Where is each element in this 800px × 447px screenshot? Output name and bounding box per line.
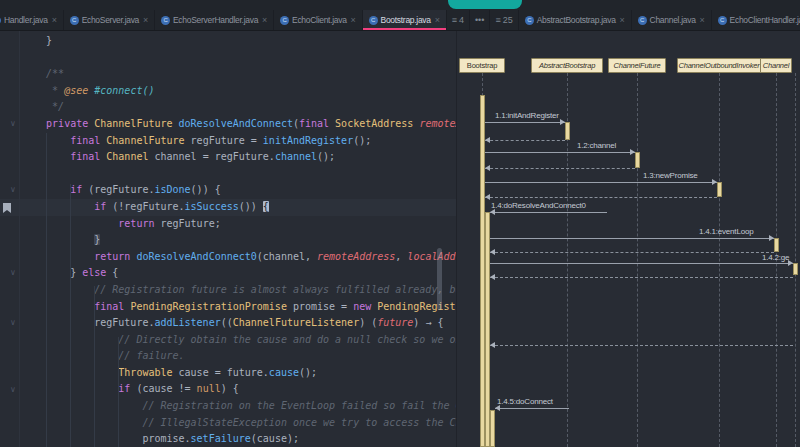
java-class-icon: C [718, 16, 727, 25]
fold-arrow-icon[interactable]: ∨ [10, 185, 16, 194]
indent-guide [46, 133, 47, 447]
message-label[interactable]: 1.3:newPromise [643, 171, 698, 180]
editor-scrollbar-thumb[interactable] [437, 248, 442, 310]
tab-overflow-button[interactable]: ••• [470, 10, 490, 30]
message-line[interactable] [490, 212, 608, 213]
fold-arrow-icon[interactable]: ∨ [10, 318, 16, 327]
arrowhead [712, 179, 717, 185]
code-token: (cause != [136, 383, 196, 394]
message-line[interactable] [485, 122, 565, 123]
tab-label: EchoClient.java [292, 15, 347, 25]
code-token: (channel, [257, 251, 317, 262]
fold-arrow-icon[interactable]: ∨ [10, 119, 16, 128]
message-label[interactable]: 1.4.2:ge [762, 253, 789, 262]
code-token: ChannelFuture [94, 118, 178, 129]
message-label[interactable]: 1.4.1:eventLoop [699, 227, 753, 236]
tab-close-icon[interactable]: × [351, 15, 356, 25]
code-token: promise. [22, 433, 191, 444]
indent-guide [70, 184, 71, 447]
message-label[interactable]: 1.2:channel [577, 141, 616, 150]
java-class-icon: C [369, 16, 378, 25]
message-line[interactable] [490, 263, 793, 264]
tab-close-icon[interactable]: × [435, 15, 440, 25]
message-label[interactable]: 1.4.5:doConnect [497, 397, 553, 406]
tab-close-icon[interactable]: × [620, 15, 625, 25]
tab-close-icon[interactable]: × [700, 15, 705, 25]
java-class-icon: C [0, 16, 1, 25]
message-line[interactable] [485, 140, 565, 141]
tab-echoclienthandler-java[interactable]: CEchoClientHandler.java× [712, 10, 800, 30]
class-box[interactable]: Bootstrap [459, 58, 505, 73]
tab-echoserver-java[interactable]: CEchoServer.java× [64, 10, 155, 30]
tab-close-icon[interactable]: × [52, 15, 57, 25]
code-token: channel = regFuture. [154, 151, 274, 162]
fold-arrow-icon[interactable]: ∨ [10, 385, 16, 394]
code-token: (!regFuture. [112, 201, 184, 212]
message-label[interactable]: 1.4:doResolveAndConnect0 [491, 201, 586, 210]
sequence-diagram-panel: 1.1:initAndRegister1.2:channel1.3:newPro… [456, 31, 800, 447]
code-token: initAndRegister [263, 135, 353, 146]
class-box[interactable]: ChannelOutboundInvoker [677, 58, 761, 73]
code-token: future [377, 317, 413, 328]
code-token: final [22, 151, 106, 162]
code-token: return [22, 218, 160, 229]
arrowhead [630, 149, 635, 155]
hidden-tabs-count-right[interactable]: ≡25 [490, 10, 518, 30]
message-line[interactable] [485, 182, 717, 183]
tab-label: EchoServer.java [82, 15, 139, 25]
lifeline [795, 73, 796, 447]
message-line[interactable] [490, 252, 774, 253]
code-token: } [94, 234, 100, 245]
code-token: addListener [154, 317, 220, 328]
arrowhead [490, 274, 495, 280]
tab-echoclient-java[interactable]: CEchoClient.java× [274, 10, 363, 30]
code-token: channel [275, 151, 317, 162]
code-token: ) { [221, 383, 239, 394]
tab-close-icon[interactable]: × [143, 15, 148, 25]
code-token: PendingRegistrationPromise [130, 301, 293, 312]
code-token: final [22, 301, 130, 312]
hidden-tabs-count-left[interactable]: ≡4 [447, 10, 470, 30]
arrowhead [490, 342, 495, 348]
tab-label: EchoClientHandler.java [730, 15, 800, 25]
code-token: */ [22, 101, 64, 112]
code-token: if [22, 184, 88, 195]
java-class-icon: C [280, 16, 289, 25]
code-token: cause = future. [179, 367, 269, 378]
message-line[interactable] [490, 277, 793, 278]
chip-label: 4 [459, 15, 464, 25]
indent-guide [94, 286, 95, 447]
tab-echoserverhandler-java[interactable]: CEchoServerHandler.java× [155, 10, 274, 30]
code-token: cause [269, 367, 299, 378]
arrowhead [485, 165, 490, 171]
message-label[interactable]: 1.1:initAndRegister [495, 111, 559, 120]
java-class-icon: C [525, 16, 534, 25]
message-line[interactable] [495, 408, 570, 409]
message-line[interactable] [485, 152, 635, 153]
code-token: private [22, 118, 94, 129]
fold-arrow-icon[interactable]: ∨ [10, 268, 16, 277]
code-token: isSuccess [185, 201, 239, 212]
tab-bootstrap-java[interactable]: CBootstrap.java× [363, 10, 447, 30]
toolbar-pill-button[interactable] [448, 0, 522, 9]
bookmark-icon[interactable] [3, 203, 11, 213]
message-line[interactable] [485, 168, 635, 169]
tab-label: Bootstrap.java [381, 15, 431, 25]
class-box[interactable]: AbstractBootstrap [531, 58, 603, 73]
tab-abstractbootstrap-java[interactable]: CAbstractBootstrap.java× [519, 10, 632, 30]
class-box[interactable]: ChannelFuture [608, 58, 666, 73]
lifeline [719, 73, 720, 447]
message-line[interactable] [490, 345, 793, 346]
code-token: ) → { [413, 317, 443, 328]
tab-channel-java[interactable]: CChannel.java× [632, 10, 712, 30]
activation-bar [774, 238, 779, 252]
message-line[interactable] [485, 197, 717, 198]
class-box[interactable]: Channel [760, 58, 792, 73]
hidden-tabs-icon: ≡ [495, 15, 500, 25]
tab-handler-java[interactable]: CHandler.java× [0, 10, 64, 30]
tab-label: EchoServerHandler.java [173, 15, 258, 25]
tab-close-icon[interactable]: × [262, 15, 267, 25]
code-token: final [299, 118, 335, 129]
code-token: ()) [239, 201, 263, 212]
message-line[interactable] [490, 238, 774, 239]
